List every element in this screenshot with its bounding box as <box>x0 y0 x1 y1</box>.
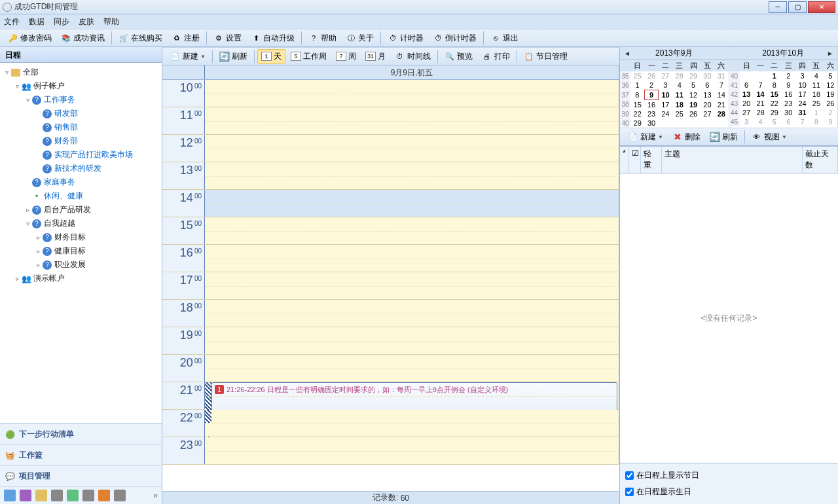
cal-day[interactable]: 27 <box>701 109 714 118</box>
hour-row[interactable]: 2300 <box>162 437 619 465</box>
hour-row[interactable]: 1300 <box>162 162 619 190</box>
cal-day[interactable]: 24 <box>659 109 672 118</box>
tree-node[interactable]: ?研发部 <box>0 107 162 120</box>
cal-day[interactable]: 8 <box>809 117 823 126</box>
hour-row[interactable]: 2200 <box>162 410 619 437</box>
cal-day[interactable] <box>659 118 672 128</box>
toolbar-新建[interactable]: 📄新建▼ <box>166 49 210 64</box>
cal-day[interactable]: 5 <box>767 117 781 126</box>
cal-day[interactable]: 25 <box>672 109 686 118</box>
cal-day[interactable]: 22 <box>767 99 781 108</box>
toolbar-打印[interactable]: 🖨打印 <box>478 49 514 64</box>
cal-day[interactable]: 4 <box>809 71 823 81</box>
cal-day[interactable]: 28 <box>672 71 686 81</box>
toolbar-在线购买[interactable]: 🛒在线购买 <box>115 31 166 46</box>
tree-node[interactable]: ▹?职业发展 <box>0 258 162 272</box>
toolbar-天[interactable]: 1天 <box>257 49 285 64</box>
toolbar-新建[interactable]: 📄新建▼ <box>624 130 667 145</box>
toolbar-时间线[interactable]: ⏱时间线 <box>391 49 435 64</box>
tree-node[interactable]: ▹👥演示帐户 <box>0 272 162 285</box>
close-button[interactable]: ✕ <box>808 1 835 13</box>
tree-node[interactable]: ?财务部 <box>0 134 162 148</box>
hour-row[interactable]: 1100 <box>162 107 619 135</box>
cal-day[interactable] <box>686 118 700 128</box>
toolbar-删除[interactable]: ✖删除 <box>668 130 704 145</box>
hour-row[interactable]: 1700 <box>162 272 619 300</box>
toolbar-成功资讯[interactable]: 📚成功资讯 <box>57 31 109 46</box>
cal-day[interactable]: 15 <box>630 100 644 110</box>
menu-item[interactable]: 文件 <box>4 16 20 27</box>
cal-day[interactable]: 1 <box>630 81 644 90</box>
menu-item[interactable]: 同步 <box>54 16 69 27</box>
list-col[interactable]: 截止天数 <box>803 147 838 173</box>
cal-day[interactable]: 4 <box>754 117 767 126</box>
cal-day[interactable]: 6 <box>782 117 795 126</box>
cal-day[interactable]: 1 <box>767 71 781 81</box>
tree-node[interactable]: ▿👥例子帐户 <box>0 79 162 93</box>
cal-day[interactable]: 17 <box>795 90 809 99</box>
cal-day[interactable]: 2 <box>824 108 837 117</box>
cal-day[interactable]: 14 <box>754 90 767 99</box>
cal-day[interactable]: 22 <box>630 109 644 118</box>
hour-row[interactable]: 1800 <box>162 300 619 327</box>
tree-node[interactable]: ▿?自我超越 <box>0 217 162 230</box>
cal-day[interactable]: 26 <box>686 109 700 118</box>
tree-node[interactable]: ▹?健康目标 <box>0 244 162 258</box>
mini-calendar[interactable]: ◄2013年9月日一二三四五六3525262728293031361234567… <box>620 47 729 128</box>
menu-item[interactable]: 数据 <box>29 16 45 27</box>
cal-day[interactable]: 12 <box>686 90 700 100</box>
hour-row[interactable]: 1400 <box>162 190 619 217</box>
cal-day[interactable]: 20 <box>740 99 754 108</box>
tree-node[interactable]: ▿?工作事务 <box>0 93 162 107</box>
cal-day[interactable]: 30 <box>701 71 714 81</box>
nav-icon[interactable] <box>51 490 63 501</box>
tree-node[interactable]: ?家庭事务 <box>0 175 162 189</box>
hour-row[interactable]: 2100121:26-22:26 日程是一些有明确固定时间要求的，如：每周一早上… <box>162 382 619 410</box>
cal-day[interactable]: 28 <box>754 108 767 117</box>
maximize-button[interactable]: ▢ <box>788 1 807 13</box>
nav-icon[interactable] <box>20 490 31 501</box>
cal-day[interactable]: 3 <box>740 117 754 126</box>
toolbar-节日管理[interactable]: 📋节日管理 <box>520 49 572 64</box>
nav-icon[interactable] <box>4 490 16 501</box>
cal-day[interactable]: 18 <box>672 100 686 110</box>
cal-day[interactable]: 17 <box>659 100 672 110</box>
cal-day[interactable]: 26 <box>644 71 658 81</box>
cal-day[interactable]: 5 <box>824 71 837 81</box>
cal-day[interactable]: 29 <box>630 118 644 128</box>
toolbar-修改密码[interactable]: 🔑修改密码 <box>4 31 56 46</box>
hour-row[interactable]: 1200 <box>162 135 619 162</box>
cal-day[interactable]: 26 <box>824 99 837 108</box>
cal-day[interactable]: 7 <box>714 81 728 90</box>
nav-expand-icon[interactable]: » <box>153 491 158 500</box>
list-col[interactable]: 主题 <box>662 147 803 173</box>
cal-day[interactable]: 8 <box>767 81 781 90</box>
cal-day[interactable]: 19 <box>686 100 700 110</box>
cal-day[interactable]: 7 <box>795 117 809 126</box>
toolbar-自动升级[interactable]: ⬆自动升级 <box>247 31 299 46</box>
nav-icon[interactable] <box>114 490 126 501</box>
cal-day[interactable]: 3 <box>795 71 809 81</box>
list-col[interactable]: 轻重 <box>641 147 662 173</box>
tree-node[interactable]: ▿全部 <box>0 65 162 79</box>
list-col[interactable]: ☑ <box>629 147 641 173</box>
toolbar-刷新[interactable]: 🔄刷新 <box>706 130 742 145</box>
hour-row[interactable]: 1900 <box>162 327 619 355</box>
cal-day[interactable]: 31 <box>795 108 809 117</box>
cal-day[interactable]: 7 <box>754 81 767 90</box>
tree[interactable]: ▿全部▿👥例子帐户▿?工作事务?研发部?销售部?财务部?实现产品打进欧美市场?新… <box>0 63 162 423</box>
prev-month-icon[interactable]: ◄ <box>624 50 630 57</box>
nav-icon[interactable] <box>82 490 94 501</box>
hour-row[interactable]: 1000 <box>162 80 619 107</box>
cal-day[interactable]: 11 <box>809 81 823 90</box>
toolbar-刷新[interactable]: 🔄刷新 <box>215 49 251 64</box>
cal-day[interactable]: 6 <box>740 81 754 90</box>
cal-day[interactable]: 27 <box>740 108 754 117</box>
cal-day[interactable]: 16 <box>782 90 795 99</box>
cal-day[interactable] <box>714 118 728 128</box>
cal-day[interactable]: 25 <box>630 71 644 81</box>
cal-day[interactable]: 28 <box>714 109 728 118</box>
cal-day[interactable]: 11 <box>672 90 686 100</box>
nav-link[interactable]: 🟢下一步行动清单 <box>0 424 162 445</box>
tree-node[interactable]: ?实现产品打进欧美市场 <box>0 148 162 162</box>
